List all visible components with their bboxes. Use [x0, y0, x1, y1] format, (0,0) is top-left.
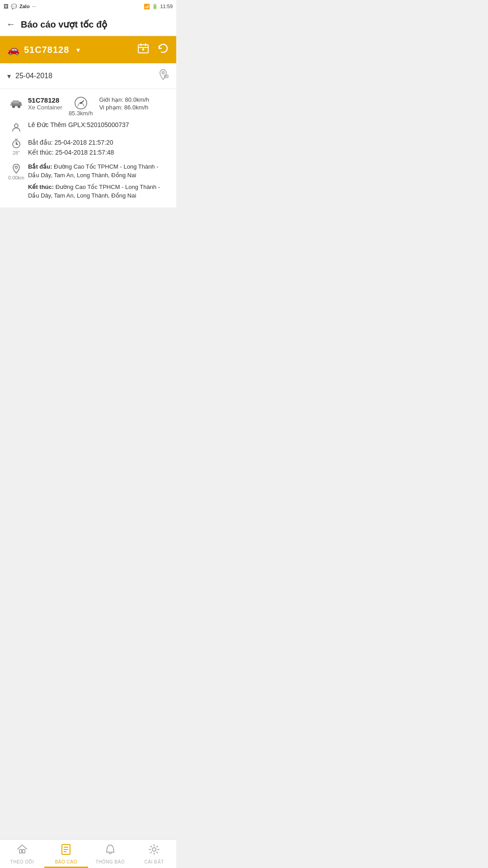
sim-icon: 📶 [144, 4, 150, 9]
time-start: Bắt đầu: 25-04-2018 21:57:20 [28, 137, 170, 147]
car-icon: 🚗 [7, 44, 19, 56]
refresh-icon[interactable] [157, 42, 169, 57]
vehicle-selector[interactable]: 🚗 51C78128 ▾ [7, 44, 80, 56]
time-info-cell: Bắt đầu: 25-04-2018 21:57:20 Kết thúc: 2… [28, 137, 170, 158]
page-title: Báo cáo vượt tốc độ [21, 19, 107, 30]
svg-point-18 [14, 124, 18, 127]
driver-text: Lê Đức Thêm GPLX:520105000737 [28, 121, 170, 128]
duration-label: 28" [13, 150, 20, 156]
more-icon: ··· [32, 4, 36, 9]
speed-violation-text: Vi phạm: 86.0km/h [99, 104, 149, 111]
battery-icon: 🔋 [152, 4, 158, 9]
svg-point-5 [162, 72, 164, 74]
back-button[interactable]: ← [6, 19, 15, 29]
status-bar: 🖼 💬 Zalo ··· 📶 🔋 11:59 [0, 0, 176, 13]
page-header: ← Báo cáo vượt tốc độ [0, 13, 176, 36]
svg-rect-10 [13, 100, 19, 104]
end-address: Kết thúc: Đường Cao Tốc TPHCM - Long Thà… [28, 183, 170, 200]
address-info-cell: Bắt đầu: Đường Cao Tốc TPHCM - Long Thàn… [28, 162, 170, 200]
svg-point-24 [15, 166, 18, 168]
driver-info-cell: Lê Đức Thêm GPLX:520105000737 [28, 121, 170, 133]
status-left: 🖼 💬 Zalo ··· [4, 4, 36, 9]
svg-rect-14 [21, 104, 22, 106]
zalo-icon: Zalo [19, 4, 30, 9]
time-display: 11:59 [160, 4, 173, 9]
status-right: 📶 🔋 11:59 [144, 4, 173, 9]
location-icon-cell: 0.00km [5, 162, 28, 200]
distance-label: 0.00km [8, 175, 24, 180]
image-icon: 🖼 [4, 4, 9, 9]
svg-point-12 [18, 105, 20, 108]
report-grid: 51C78128 Xe Container 85.3km/h Giới [5, 96, 170, 200]
time-end: Kết thúc: 25-04-2018 21:57:48 [28, 147, 170, 157]
date-row: ▾ 25-04-2018 [0, 63, 176, 89]
vehicle-icon-cell [5, 96, 28, 117]
dropdown-chevron-icon[interactable]: ▾ [76, 46, 80, 54]
vehicle-plate: 51C78128 [28, 96, 62, 104]
date-chevron-icon[interactable]: ▾ [7, 72, 11, 80]
svg-point-11 [12, 105, 15, 108]
speed-limit-text: Giới hạn: 80.0km/h [99, 96, 149, 103]
vehicle-bar: 🚗 51C78128 ▾ [0, 36, 176, 63]
start-address: Bắt đầu: Đường Cao Tốc TPHCM - Long Thàn… [28, 162, 170, 180]
vehicle-type: Xe Container [28, 104, 62, 111]
map-pin-icon[interactable] [157, 69, 169, 83]
calendar-icon[interactable] [137, 42, 149, 57]
report-card: 51C78128 Xe Container 85.3km/h Giới [0, 89, 176, 208]
date-selector[interactable]: ▾ 25-04-2018 [7, 72, 52, 80]
message-icon: 💬 [11, 4, 17, 9]
svg-rect-13 [10, 104, 12, 106]
speed-recorded: 85.3km/h [69, 110, 93, 117]
timer-icon-cell: 28" [5, 137, 28, 158]
driver-icon-cell [5, 121, 28, 133]
vehicle-id-label: 51C78128 [24, 45, 69, 55]
svg-point-17 [80, 102, 82, 104]
vehicle-bar-actions [137, 42, 169, 57]
date-label: 25-04-2018 [15, 72, 52, 80]
vehicle-info-cell: 51C78128 Xe Container 85.3km/h Giới [28, 96, 170, 117]
